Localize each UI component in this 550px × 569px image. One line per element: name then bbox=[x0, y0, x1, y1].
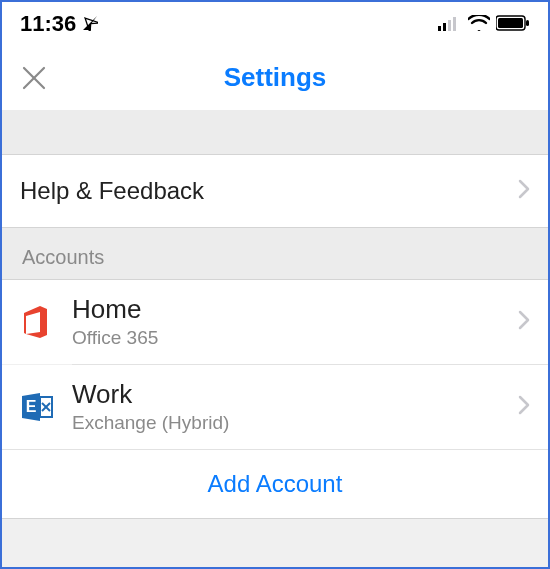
chevron-right-icon bbox=[518, 395, 530, 419]
svg-rect-1 bbox=[443, 23, 446, 31]
cellular-icon bbox=[438, 11, 462, 37]
wifi-icon bbox=[468, 11, 490, 37]
account-detail: Exchange (Hybrid) bbox=[72, 412, 229, 435]
account-text: Home Office 365 bbox=[72, 295, 158, 350]
section-spacer bbox=[2, 110, 548, 154]
account-name: Work bbox=[72, 380, 229, 410]
add-account-button[interactable]: Add Account bbox=[2, 449, 548, 518]
row-label: Help & Feedback bbox=[20, 177, 204, 205]
svg-rect-3 bbox=[453, 17, 456, 31]
location-icon bbox=[82, 11, 98, 37]
account-text: Work Exchange (Hybrid) bbox=[72, 380, 229, 435]
status-right bbox=[438, 11, 530, 37]
account-row-work[interactable]: E Work Exchange (Hybrid) bbox=[2, 365, 548, 449]
office365-icon bbox=[20, 304, 72, 340]
chevron-right-icon bbox=[518, 310, 530, 334]
close-icon bbox=[21, 65, 47, 91]
nav-bar: Settings bbox=[2, 46, 548, 110]
close-button[interactable] bbox=[16, 60, 52, 96]
page-title: Settings bbox=[224, 62, 327, 93]
chevron-right-icon bbox=[518, 179, 530, 203]
status-left: 11:36 bbox=[20, 11, 98, 37]
account-detail: Office 365 bbox=[72, 327, 158, 350]
svg-rect-0 bbox=[438, 26, 441, 31]
exchange-icon: E bbox=[20, 391, 72, 423]
svg-rect-5 bbox=[498, 18, 523, 28]
accounts-section-header: Accounts bbox=[2, 228, 548, 279]
account-row-home[interactable]: Home Office 365 bbox=[2, 280, 548, 364]
svg-rect-6 bbox=[526, 20, 529, 26]
status-bar: 11:36 bbox=[2, 2, 548, 46]
help-feedback-row[interactable]: Help & Feedback bbox=[2, 155, 548, 227]
svg-rect-2 bbox=[448, 20, 451, 31]
svg-text:E: E bbox=[26, 398, 37, 415]
battery-icon bbox=[496, 11, 530, 37]
status-time: 11:36 bbox=[20, 11, 76, 37]
divider bbox=[2, 518, 548, 519]
account-name: Home bbox=[72, 295, 158, 325]
settings-screen: 11:36 bbox=[0, 0, 550, 569]
